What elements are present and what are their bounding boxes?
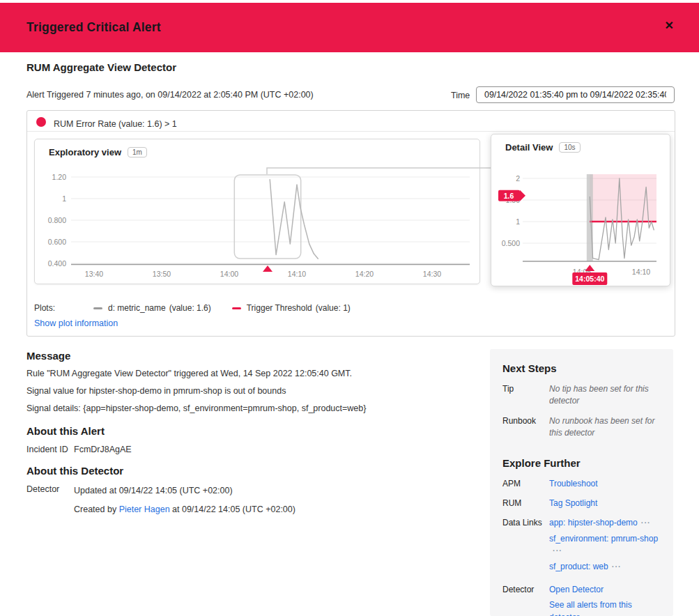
svg-text:0.400: 0.400 (48, 259, 66, 268)
exploratory-view-title: Exploratory view (49, 147, 121, 157)
more-options-icon[interactable]: ··· (641, 518, 651, 527)
data-links-label: Data Links (502, 517, 549, 576)
alert-time-flag: 14:05:40 (572, 272, 607, 285)
more-options-icon[interactable]: ··· (553, 546, 562, 555)
time-range-input[interactable] (476, 86, 675, 103)
see-all-alerts-link[interactable]: See all alerts from this detector (549, 599, 662, 616)
svg-text:14:00: 14:00 (220, 270, 238, 278)
exploratory-view-panel[interactable]: 1.2010.8000.6000.40013:4013:5014:0014:10… (34, 139, 480, 284)
apm-troubleshoot-link[interactable]: Troubleshoot (549, 479, 598, 488)
detector-created-text: Created by Pieter Hagen at 09/14/22 14:0… (74, 503, 459, 516)
alert-header-title: Triggered Critical Alert (26, 20, 161, 35)
open-detector-link[interactable]: Open Detector (549, 584, 604, 596)
plots-label: Plots: (34, 303, 93, 313)
rum-tag-spotlight-link[interactable]: Tag Spotlight (549, 498, 597, 508)
plots-legend: Plots: d: metric_name (value: 1.6) Trigg… (34, 303, 371, 313)
runbook-value: No runbook has been set for this detecto… (549, 415, 662, 440)
legend-item-threshold: Trigger Threshold (value: 1) (232, 303, 351, 313)
about-detector-section: About this Detector Detector Updated at … (26, 465, 459, 522)
data-link-sf-product[interactable]: sf_product: web (549, 561, 608, 573)
message-line: Signal value for hipster-shop-demo in pm… (26, 387, 459, 396)
svg-text:14:05:40: 14:05:40 (575, 275, 604, 283)
more-options-icon[interactable]: ··· (612, 562, 622, 571)
about-alert-section: About this Alert Incident ID FcmDrJ8AgAE (26, 425, 459, 454)
svg-text:14:10: 14:10 (288, 270, 306, 278)
svg-text:13:40: 13:40 (85, 270, 103, 278)
metric-line-swatch (93, 307, 102, 309)
legend-item-metric: d: metric_name (value: 1.6) (93, 303, 211, 313)
exploratory-chart[interactable]: 1.2010.8000.6000.40013:4013:5014:0014:10… (35, 139, 479, 284)
divider (27, 131, 675, 132)
message-line: Rule "RUM Aggregate View Detector" trigg… (26, 369, 459, 378)
svg-text:1.6: 1.6 (504, 192, 514, 200)
alert-sidebar: Next Steps Tip No tip has been set for t… (490, 349, 673, 616)
svg-text:0.500: 0.500 (502, 239, 520, 247)
svg-text:1.20: 1.20 (52, 173, 67, 181)
svg-text:0.600: 0.600 (48, 238, 66, 246)
detail-chart[interactable]: 21.5010.50014:0514:101.614:05:40 (491, 134, 670, 286)
alert-triggered-text: Alert Triggered 7 minutes ago, on 09/14/… (26, 90, 314, 100)
tip-label: Tip (502, 383, 549, 408)
svg-text:2: 2 (516, 174, 520, 183)
svg-text:13:50: 13:50 (153, 270, 171, 278)
svg-text:14:30: 14:30 (423, 270, 441, 278)
detector-updated-text: Updated at 09/14/22 14:05 (UTC +02:00) (74, 484, 459, 497)
alert-condition-text: RUM Error Rate (value: 1.6) > 1 (54, 119, 177, 129)
alert-chart-card: RUM Error Rate (value: 1.6) > 1 1.2010.8… (26, 110, 675, 337)
svg-text:14:20: 14:20 (355, 270, 374, 278)
message-section: Message Rule "RUM Aggregate View Detecto… (26, 350, 459, 422)
about-alert-heading: About this Alert (26, 425, 459, 437)
incident-id-label: Incident ID (26, 445, 74, 454)
time-label: Time (451, 91, 470, 100)
svg-text:1: 1 (62, 194, 66, 203)
critical-severity-icon (36, 117, 46, 127)
svg-text:0.800: 0.800 (48, 216, 66, 224)
apm-label: APM (502, 478, 549, 490)
show-plot-information-link[interactable]: Show plot information (34, 318, 118, 328)
svg-text:14:10: 14:10 (632, 268, 650, 276)
rum-label: RUM (502, 498, 549, 509)
resolution-badge-10s: 10s (559, 142, 580, 153)
incident-id-value: FcmDrJ8AgAE (74, 445, 459, 454)
detail-view-title: Detail View (505, 142, 553, 153)
detail-view-panel[interactable]: 21.5010.50014:0514:101.614:05:40 Detail … (491, 134, 670, 286)
runbook-label: Runbook (502, 415, 549, 440)
page-title: RUM Aggregate View Detector (26, 61, 176, 73)
tip-value: No tip has been set for this detector (549, 383, 662, 408)
close-icon[interactable]: ✕ (665, 20, 674, 31)
signal-value-flag: 1.6 (498, 190, 525, 201)
message-heading: Message (26, 350, 459, 362)
next-steps-heading: Next Steps (502, 362, 662, 374)
data-link-sf-environment[interactable]: sf_environment: pmrum-shop (549, 533, 658, 545)
about-detector-heading: About this Detector (26, 465, 459, 477)
creator-link[interactable]: Pieter Hagen (119, 505, 170, 514)
explore-further-heading: Explore Further (502, 457, 662, 469)
svg-text:1: 1 (516, 217, 520, 226)
alert-header-bar: Triggered Critical Alert ✕ (0, 3, 699, 52)
resolution-badge-1m: 1m (128, 147, 147, 157)
detector-links-label: Detector (502, 584, 549, 616)
detector-label: Detector (26, 484, 74, 522)
data-link-app[interactable]: app: hipster-shop-demo (549, 517, 638, 529)
message-line: Signal details: {app=hipster-shop-demo, … (26, 404, 459, 413)
threshold-line-swatch (232, 307, 241, 309)
